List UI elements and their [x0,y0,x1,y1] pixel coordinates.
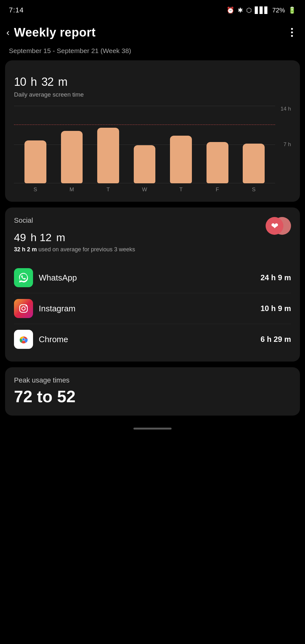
status-time: 7:14 [9,6,24,14]
page-title: Weekly report [14,26,96,39]
page-header: ‹ Weekly report [0,19,305,44]
bar-col-f [199,142,236,183]
bar-s1 [24,140,46,183]
social-time-display: 49 h 12 m [14,226,135,245]
screen-time-minutes: 32 [41,75,53,88]
whatsapp-name: WhatsApp [39,273,77,283]
social-avg: 32 h 2 m used on average for previous 3 … [14,246,135,253]
scroll-pill [133,428,172,430]
social-minutes: 12 [40,231,52,243]
social-hours: 49 [14,231,26,243]
whatsapp-icon [14,268,33,287]
screen-time-card: 10 h 32 m Daily average screen time [5,60,300,202]
y-label-14h: 14 h [278,106,291,112]
header-left: ‹ Weekly report [6,26,96,39]
svg-point-2 [25,305,27,307]
status-icons: ⏰ ✱ ⬡ ▋▋▋ 72% 🔋 [227,6,296,14]
social-avg-suffix: used on average for previous 3 weeks [38,246,135,253]
x-label-f: F [199,185,236,195]
social-card: Social 49 h 12 m 32 h 2 m used on averag… [5,207,300,362]
bar-chart: S M T W T F S 14 h 7 h 0 [14,106,291,195]
peak-time-value: 72 to 52 [14,387,76,403]
peak-usage-card: Peak usage times 72 to 52 [5,367,300,416]
list-item[interactable]: WhatsApp 24 h 9 m [14,262,291,293]
signal-icon: ▋▋▋ [255,6,269,14]
bar-col-s1 [17,140,54,183]
bar-t2 [170,136,192,183]
screen-time-display: 10 h 32 m [14,69,291,90]
bar-col-w [126,145,163,183]
svg-point-6 [22,338,25,341]
scroll-indicator [0,421,305,433]
chrome-time: 6 h 29 m [261,335,291,344]
social-header: Social 49 h 12 m 32 h 2 m used on averag… [14,216,291,261]
alarm-icon: ⏰ [227,6,234,14]
peak-usage-title: Peak usage times [14,376,291,384]
bar-f [207,142,228,183]
bar-col-t1 [90,128,126,183]
wifi-icon: ⬡ [246,6,252,14]
bubble-front: ❤ [266,217,283,235]
status-bar: 7:14 ⏰ ✱ ⬡ ▋▋▋ 72% 🔋 [0,0,305,19]
x-label-s2: S [235,185,272,195]
y-labels: 14 h 7 h 0 [278,106,291,195]
x-label-m: M [54,185,90,195]
chrome-name: Chrome [39,335,68,344]
bluetooth-icon: ✱ [238,6,243,14]
screen-time-h-label: h [31,75,37,88]
back-button[interactable]: ‹ [6,27,10,38]
app-item-left: WhatsApp [14,268,77,287]
bar-s2 [243,144,265,183]
instagram-icon [14,299,33,318]
screen-time-m-label: m [58,75,67,88]
x-label-s1: S [17,185,54,195]
screen-time-hours: 10 [14,75,26,88]
app-item-left: Instagram [14,299,76,318]
instagram-name: Instagram [39,304,76,314]
bars-container [14,106,275,183]
svg-point-1 [22,307,25,310]
chart-area: S M T W T F S [14,106,275,195]
more-button[interactable] [288,25,296,40]
bar-col-t2 [163,136,199,183]
social-m-label: m [56,231,65,243]
x-labels: S M T W T F S [17,185,272,195]
bar-col-m [54,131,90,183]
x-label-w: W [126,185,163,195]
social-category: Social [14,216,135,225]
x-label-t2: T [163,185,199,195]
date-range: September 15 - September 21 (Week 38) [0,44,305,60]
list-item[interactable]: Instagram 10 h 9 m [14,293,291,324]
x-label-t1: T [90,185,126,195]
chrome-icon [14,330,33,349]
bar-w [134,145,156,183]
app-item-left: Chrome [14,330,68,349]
bar-col-s2 [235,144,272,183]
list-item[interactable]: Chrome 6 h 29 m [14,324,291,355]
whatsapp-time: 24 h 9 m [261,273,291,282]
battery-text: 72% [272,7,285,14]
social-h-label: h [30,231,39,243]
battery-icon: 🔋 [288,6,296,14]
peak-time-display: 72 to 52 [14,387,291,403]
y-label-7h: 7 h [278,141,291,148]
screen-time-label: Daily average screen time [14,91,291,98]
social-icon-bubble: ❤ [266,216,291,235]
bar-m [61,131,83,183]
social-avg-time: 32 h 2 m [14,246,37,253]
app-list: WhatsApp 24 h 9 m Instagram 10 h 9 m [14,262,291,355]
instagram-time: 10 h 9 m [261,304,291,313]
bar-t1 [97,128,119,183]
social-info: Social 49 h 12 m 32 h 2 m used on averag… [14,216,135,261]
